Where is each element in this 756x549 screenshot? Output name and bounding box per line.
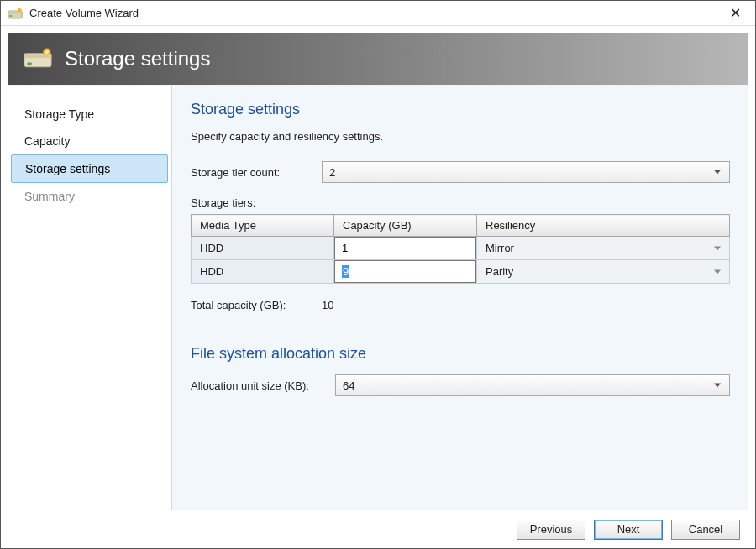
banner: Storage settings bbox=[8, 33, 748, 85]
close-icon: ✕ bbox=[730, 5, 741, 21]
alloc-combo[interactable]: 64 bbox=[335, 374, 730, 396]
tier-count-combo[interactable]: 2 bbox=[322, 161, 730, 183]
close-button[interactable]: ✕ bbox=[722, 2, 748, 25]
tier-count-value: 2 bbox=[329, 166, 335, 179]
wizard-icon bbox=[8, 8, 23, 19]
sidebar-item-label: Storage Type bbox=[24, 107, 94, 121]
cell-resiliency-combo[interactable]: Mirror bbox=[477, 237, 729, 259]
table-row: HDD 9 Parity bbox=[192, 260, 730, 284]
tier-count-label: Storage tier count: bbox=[191, 166, 322, 179]
cell-media-type: HDD bbox=[192, 260, 333, 283]
total-capacity-label: Total capacity (GB): bbox=[191, 299, 322, 311]
cancel-button[interactable]: Cancel bbox=[671, 520, 740, 540]
sidebar-item-storage-type[interactable]: Storage Type bbox=[11, 101, 168, 128]
total-capacity-row: Total capacity (GB): 10 bbox=[191, 299, 730, 311]
section-storage-settings-desc: Specify capacity and resiliency settings… bbox=[191, 130, 730, 143]
svg-rect-8 bbox=[27, 63, 31, 66]
sidebar-item-storage-settings[interactable]: Storage settings bbox=[11, 154, 168, 183]
sidebar-item-capacity[interactable]: Capacity bbox=[11, 128, 168, 154]
footer: Previous Next Cancel bbox=[1, 510, 755, 548]
sidebar-item-summary[interactable]: Summary bbox=[11, 183, 168, 210]
window-title: Create Volume Wizard bbox=[29, 7, 139, 19]
col-header-capacity[interactable]: Capacity (GB) bbox=[334, 215, 477, 237]
banner-title: Storage settings bbox=[65, 47, 210, 71]
col-header-media[interactable]: Media Type bbox=[192, 215, 334, 237]
tiers-table: Media Type Capacity (GB) Resiliency HDD … bbox=[191, 214, 730, 284]
cell-resiliency-combo[interactable]: Parity bbox=[477, 260, 729, 283]
alloc-row: Allocation unit size (KB): 64 bbox=[191, 374, 730, 396]
cell-capacity-input[interactable]: 9 bbox=[334, 260, 476, 283]
tiers-label: Storage tiers: bbox=[191, 196, 730, 209]
cell-resiliency-value: Parity bbox=[486, 265, 513, 278]
previous-button[interactable]: Previous bbox=[517, 520, 585, 540]
alloc-value: 64 bbox=[343, 379, 354, 392]
cell-capacity-value: 9 bbox=[342, 265, 349, 278]
section-allocation-title: File system allocation size bbox=[191, 345, 730, 363]
cell-capacity-input[interactable] bbox=[334, 237, 476, 259]
col-header-resiliency[interactable]: Resiliency bbox=[477, 215, 730, 237]
banner-disk-icon bbox=[23, 47, 53, 71]
wizard-window: Create Volume Wizard ✕ Storage settings … bbox=[0, 0, 756, 549]
sidebar: Storage Type Capacity Storage settings S… bbox=[8, 86, 172, 510]
content-pane: Storage settings Specify capacity and re… bbox=[172, 86, 748, 510]
cell-resiliency-value: Mirror bbox=[486, 242, 514, 254]
sidebar-item-label: Summary bbox=[24, 190, 75, 203]
total-capacity-value: 10 bbox=[322, 299, 333, 311]
tier-count-row: Storage tier count: 2 bbox=[191, 161, 730, 183]
wizard-body: Storage Type Capacity Storage settings S… bbox=[8, 85, 748, 510]
sidebar-item-label: Storage settings bbox=[25, 162, 110, 175]
section-allocation: File system allocation size Allocation u… bbox=[191, 345, 730, 396]
next-button[interactable]: Next bbox=[594, 520, 663, 540]
svg-point-2 bbox=[18, 8, 22, 13]
section-storage-settings-title: Storage settings bbox=[191, 101, 730, 118]
alloc-label: Allocation unit size (KB): bbox=[191, 379, 335, 392]
sidebar-item-label: Capacity bbox=[24, 134, 70, 148]
svg-rect-3 bbox=[9, 15, 12, 17]
cell-media-type: HDD bbox=[192, 237, 333, 259]
table-row: HDD Mirror bbox=[192, 237, 730, 260]
titlebar: Create Volume Wizard ✕ bbox=[1, 1, 755, 26]
